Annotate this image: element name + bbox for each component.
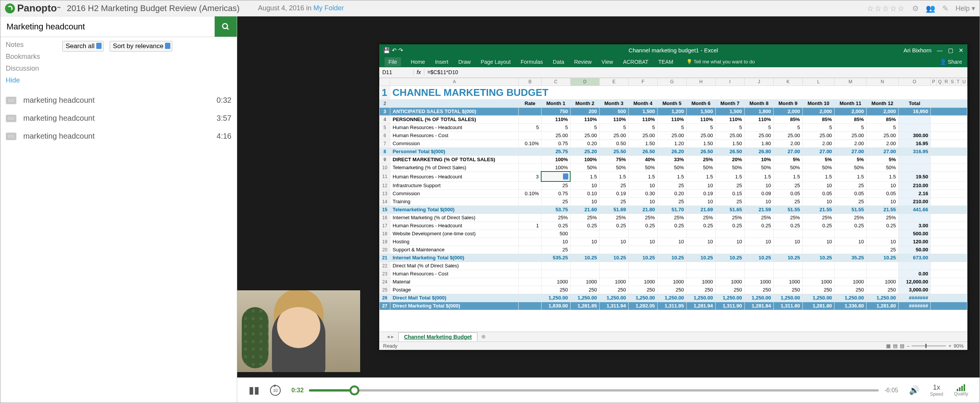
svg-line-1 (227, 28, 229, 29)
ribbon-tab-insert[interactable]: Insert (435, 59, 448, 65)
spreadsheet-grid[interactable]: ABCDEFGHIJKLMNOPQRSTU1CHANNEL MARKETING … (379, 78, 967, 332)
rating-stars[interactable]: ☆☆☆☆☆ (867, 4, 905, 13)
folder-link[interactable]: My Folder (314, 4, 344, 12)
sort-select[interactable]: Sort by relevance (110, 41, 172, 52)
excel-window: 💾 ↶ ↷ Channel marketing budget1 - Excel … (379, 44, 967, 350)
share-button[interactable]: 👤 Share (940, 59, 962, 65)
rewind-10-button[interactable]: 10 (270, 385, 281, 396)
ribbon-tab-home[interactable]: Home (411, 59, 425, 65)
edit-icon[interactable]: ✎ (942, 4, 949, 13)
window-minimize-icon[interactable]: — (937, 47, 943, 53)
search-input[interactable] (0, 16, 215, 37)
add-sheet-icon[interactable]: ⊕ (481, 333, 486, 340)
search-result[interactable]: marketing headcount4:16 (6, 127, 231, 145)
ribbon-tab-view[interactable]: View (602, 59, 613, 65)
pause-button[interactable]: ▮▮ (249, 384, 259, 396)
ribbon-tab-data[interactable]: Data (553, 59, 564, 65)
ribbon-tab-file[interactable]: File (385, 57, 401, 66)
result-time: 3:57 (217, 114, 231, 123)
tell-me-input[interactable]: 💡 Tell me what you want to do (686, 59, 755, 65)
fx-icon: fx (414, 69, 424, 75)
sidebar-tab-bookmarks[interactable]: Bookmarks (6, 53, 59, 61)
qat-redo-icon[interactable]: ↷ (398, 47, 403, 54)
qat-undo-icon[interactable]: ↶ (392, 47, 397, 54)
status-ready: Ready (383, 343, 398, 349)
formula-bar[interactable]: =$C$11*D10 (424, 69, 461, 75)
search-result[interactable]: marketing headcount3:57 (6, 109, 231, 127)
search-icon (222, 23, 230, 31)
ribbon-tab-acrobat[interactable]: ACROBAT (623, 59, 648, 65)
top-bar: Panopto™ 2016 H2 Marketing Budget Review… (0, 0, 980, 16)
name-box[interactable]: D11 (379, 69, 414, 75)
result-thumb-icon (6, 97, 16, 104)
window-close-icon[interactable]: ✕ (959, 47, 964, 54)
view-break-icon[interactable]: ▧ (900, 343, 904, 349)
panopto-icon (5, 3, 15, 13)
gear-icon[interactable]: ⚙ (912, 4, 919, 13)
sidebar-tab-discussion[interactable]: Discussion (6, 65, 59, 73)
help-menu[interactable]: Help ▾ (956, 4, 975, 13)
volume-icon[interactable]: 🔊 (909, 385, 919, 395)
svg-point-0 (223, 23, 228, 28)
player-controls: ▮▮ 10 0:32 -6:05 🔊 1x Speed Q (237, 377, 980, 403)
remaining-time: -6:05 (884, 387, 898, 394)
qat-save-icon[interactable]: 💾 (383, 47, 390, 54)
search-button[interactable] (215, 16, 237, 37)
sheet-tab[interactable]: Channel Marketing Budget (398, 332, 477, 341)
result-text: marketing headcount (23, 96, 95, 105)
sidebar-tab-hide[interactable]: Hide (6, 76, 59, 84)
ribbon-tab-pagelayout[interactable]: Page Layout (481, 59, 511, 65)
zoom-in-icon[interactable]: + (948, 343, 951, 349)
zoom-level[interactable]: 90% (954, 343, 964, 349)
search-result[interactable]: marketing headcount0:32 (6, 91, 231, 109)
ribbon-tab-team[interactable]: TEAM (658, 59, 673, 65)
video-viewer: 💾 ↶ ↷ Channel marketing budget1 - Excel … (237, 16, 980, 403)
search-scope-select[interactable]: Search all (62, 41, 103, 52)
session-date: August 4, 2016 in My Folder (258, 4, 344, 12)
ribbon-tab-review[interactable]: Review (574, 59, 592, 65)
share-icon[interactable]: 👥 (926, 4, 935, 13)
quality-control[interactable]: Quality (954, 384, 968, 397)
primary-video-area[interactable]: 💾 ↶ ↷ Channel marketing budget1 - Excel … (237, 16, 980, 377)
session-title: 2016 H2 Marketing Budget Review (America… (67, 3, 239, 13)
view-normal-icon[interactable]: ▦ (886, 343, 891, 349)
ribbon-tab-formulas[interactable]: Formulas (521, 59, 543, 65)
current-time: 0:32 (291, 387, 304, 394)
result-time: 0:32 (217, 96, 231, 105)
speed-control[interactable]: 1x Speed (930, 384, 943, 397)
ribbon-tab-draw[interactable]: Draw (458, 59, 471, 65)
brand-text: Panopto (17, 2, 57, 14)
result-text: marketing headcount (23, 114, 95, 123)
result-thumb-icon (6, 115, 16, 122)
zoom-out-icon[interactable]: – (907, 343, 909, 349)
brand-logo: Panopto™ (5, 2, 61, 14)
excel-title: Channel marketing budget1 - Excel (629, 47, 718, 53)
result-thumb-icon (6, 133, 16, 140)
result-text: marketing headcount (23, 132, 95, 141)
result-time: 4:16 (217, 132, 231, 141)
sidebar-tab-notes[interactable]: Notes (6, 41, 59, 49)
view-layout-icon[interactable]: ▤ (893, 343, 898, 349)
excel-user: Ari Bixhorn (904, 47, 931, 53)
window-restore-icon[interactable]: ▢ (948, 47, 953, 54)
seek-bar[interactable] (309, 389, 879, 392)
sidebar: NotesBookmarksDiscussionHide Search all … (0, 16, 237, 403)
presenter-pip[interactable] (237, 290, 360, 372)
